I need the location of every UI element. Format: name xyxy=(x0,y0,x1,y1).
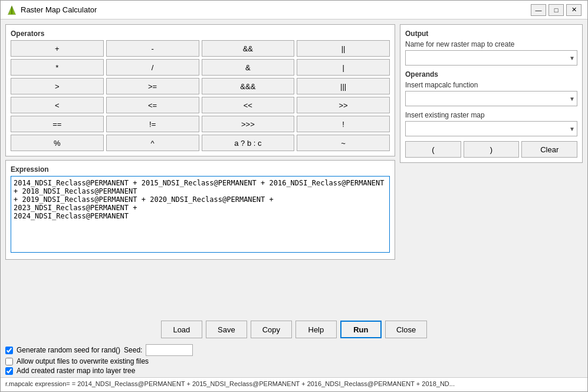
output-label: Output xyxy=(405,30,577,38)
rand-seed-row: Generate random seed for rand() Seed: xyxy=(5,344,583,356)
expression-textarea[interactable] xyxy=(11,176,390,253)
run-button[interactable]: Run xyxy=(340,321,382,338)
op-bitor[interactable]: | xyxy=(297,59,390,76)
output-name-section: Name for new raster map to create ▼ xyxy=(405,40,577,66)
operators-grid: + - && || * / & | > >= &&& ||| < <= xyxy=(11,40,390,151)
op-ternary[interactable]: a ? b : c xyxy=(202,135,295,151)
overwrite-row: Allow output files to overwrite existing… xyxy=(5,357,583,365)
op-neq[interactable]: != xyxy=(106,116,199,132)
op-or-or[interactable]: || xyxy=(297,40,390,57)
title-bar: Raster Map Calculator — □ ✕ xyxy=(1,1,587,19)
rand-seed-checkbox[interactable] xyxy=(5,347,13,354)
op-not[interactable]: ! xyxy=(297,116,390,132)
op-minus[interactable]: - xyxy=(106,40,199,57)
clear-button[interactable]: Clear xyxy=(521,141,577,158)
op-plus[interactable]: + xyxy=(11,40,104,57)
op-tilde[interactable]: ~ xyxy=(297,135,390,151)
load-button[interactable]: Load xyxy=(161,321,202,338)
main-content: Operators + - && || * / & | > >= &&& | xyxy=(1,19,587,317)
op-bitand[interactable]: & xyxy=(202,59,295,76)
raster-dropdown[interactable] xyxy=(405,121,577,136)
action-button-row: Load Save Copy Help Run Close xyxy=(1,317,587,342)
copy-button[interactable]: Copy xyxy=(251,321,292,338)
mapcalc-dropdown-container: ▼ xyxy=(405,91,577,106)
raster-section: Insert existing raster map ▼ xyxy=(405,111,577,136)
status-bar: r.mapcalc expression= = 2014_NDSI_Reclas… xyxy=(1,377,587,391)
output-name-label: Name for new raster map to create xyxy=(405,40,577,48)
op-multiply[interactable]: * xyxy=(11,59,104,76)
seed-input[interactable] xyxy=(146,344,193,356)
rand-seed-label: Generate random seed for rand() xyxy=(17,346,120,354)
add-layer-checkbox[interactable] xyxy=(5,367,13,375)
op-rshift[interactable]: >> xyxy=(297,97,390,113)
mapcalc-label: Insert mapcalc function xyxy=(405,81,577,89)
close-button[interactable]: Close xyxy=(385,321,427,338)
maximize-button[interactable]: □ xyxy=(548,4,564,16)
op-mod[interactable]: % xyxy=(11,135,104,151)
expression-label: Expression xyxy=(11,165,390,174)
mapcalc-section: Insert mapcalc function ▼ xyxy=(405,81,577,106)
left-panel: Operators + - && || * / & | > >= &&& | xyxy=(5,24,395,312)
op-ororor[interactable]: ||| xyxy=(297,78,390,94)
op-and-and[interactable]: && xyxy=(202,40,295,57)
seed-label: Seed: xyxy=(124,346,142,354)
operators-section: Operators + - && || * / & | > >= &&& | xyxy=(5,24,395,156)
op-gt[interactable]: > xyxy=(11,78,104,94)
right-panel: Output Name for new raster map to create… xyxy=(400,24,583,312)
op-lshift[interactable]: << xyxy=(202,97,295,113)
overwrite-label: Allow output files to overwrite existing… xyxy=(17,357,149,365)
raster-dropdown-container: ▼ xyxy=(405,121,577,136)
op-andandandand[interactable]: &&& xyxy=(202,78,295,94)
operands-label: Operands xyxy=(405,70,577,79)
op-rshift3[interactable]: >>> xyxy=(202,116,295,132)
status-text: r.mapcalc expression= = 2014_NDSI_Reclas… xyxy=(5,380,455,387)
title-controls: — □ ✕ xyxy=(531,4,582,16)
op-eq[interactable]: == xyxy=(11,116,104,132)
title-bar-left: Raster Map Calculator xyxy=(6,5,97,15)
mapcalc-dropdown[interactable] xyxy=(405,91,577,106)
help-button[interactable]: Help xyxy=(295,321,337,338)
op-gte[interactable]: >= xyxy=(106,78,199,94)
op-lte[interactable]: <= xyxy=(106,97,199,113)
operators-label: Operators xyxy=(11,30,390,38)
checkboxes-section: Generate random seed for rand() Seed: Al… xyxy=(1,342,587,377)
op-caret[interactable]: ^ xyxy=(106,135,199,151)
operands-section: Operands Insert mapcalc function ▼ Inser… xyxy=(405,70,577,158)
paren-row: ( ) Clear xyxy=(405,141,577,158)
overwrite-checkbox[interactable] xyxy=(5,358,13,365)
output-section: Output Name for new raster map to create… xyxy=(400,24,583,163)
window-title: Raster Map Calculator xyxy=(21,5,97,14)
minimize-button[interactable]: — xyxy=(531,4,546,16)
raster-label: Insert existing raster map xyxy=(405,111,577,119)
output-name-dropdown[interactable] xyxy=(405,50,577,66)
close-paren-button[interactable]: ) xyxy=(464,141,520,158)
add-layer-label: Add created raster map into layer tree xyxy=(17,367,135,375)
output-name-dropdown-container: ▼ xyxy=(405,50,577,66)
main-window: Raster Map Calculator — □ ✕ Operators + … xyxy=(0,0,588,392)
save-button[interactable]: Save xyxy=(206,321,247,338)
op-lt[interactable]: < xyxy=(11,97,104,113)
open-paren-button[interactable]: ( xyxy=(405,141,461,158)
op-divide[interactable]: / xyxy=(106,59,199,76)
add-layer-row: Add created raster map into layer tree xyxy=(5,367,583,375)
window-close-button[interactable]: ✕ xyxy=(566,4,582,16)
expression-section: Expression xyxy=(5,160,395,260)
app-icon xyxy=(6,5,17,15)
